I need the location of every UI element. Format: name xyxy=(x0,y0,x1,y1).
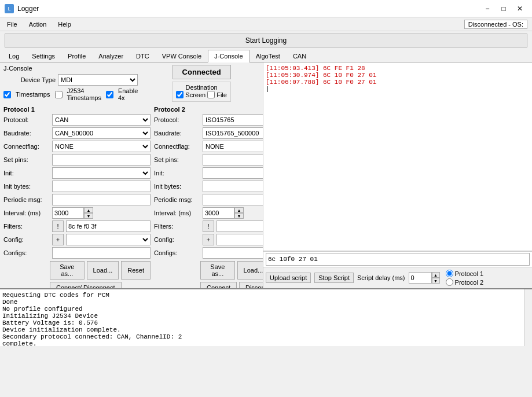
p1-config-select[interactable] xyxy=(66,234,151,245)
p2-interval-spinbox: ▲ ▼ xyxy=(203,207,244,219)
menu-file[interactable]: File xyxy=(2,20,22,29)
p2-protocol-select[interactable]: ISO15765 xyxy=(203,114,263,126)
tab-can[interactable]: CAN xyxy=(287,50,313,63)
protocol1-radio-label: Protocol 1 xyxy=(455,270,484,277)
menu-action[interactable]: Action xyxy=(24,20,52,29)
p1-cflag-label: Connectflag: xyxy=(3,143,50,150)
close-button[interactable]: ✕ xyxy=(512,3,527,14)
file-checkbox[interactable] xyxy=(207,91,215,98)
p2-connect-row: Connect Disconnect xyxy=(200,282,263,288)
p1-protocol-label: Protocol: xyxy=(3,116,50,123)
destination-label: Destination xyxy=(186,84,218,91)
timestamps-checkbox[interactable] xyxy=(3,91,11,98)
tab-profile[interactable]: Profile xyxy=(61,50,92,63)
tab-settings[interactable]: Settings xyxy=(25,50,61,63)
p2-load-btn[interactable]: Load... xyxy=(237,261,263,280)
stop-script-btn[interactable]: Stop Script xyxy=(314,273,354,283)
p2-configs-label: Configs: xyxy=(154,249,200,256)
minimize-button[interactable]: − xyxy=(480,3,495,14)
disconnected-badge: Disconnected - OS: xyxy=(464,20,527,29)
menu-help[interactable]: Help xyxy=(53,20,76,29)
protocol1-radio[interactable] xyxy=(446,270,453,277)
device-type-select[interactable]: MDI xyxy=(58,74,138,86)
enable4x-checkbox[interactable] xyxy=(106,91,113,98)
upload-script-btn[interactable]: Upload script xyxy=(266,273,311,283)
p2-interval-input[interactable] xyxy=(203,207,234,219)
p2-cflag-label: Connectflag: xyxy=(154,143,200,150)
p2-periodicmsg-input[interactable] xyxy=(203,194,263,205)
p1-configs-label: Configs: xyxy=(3,249,50,256)
p2-setpins-input[interactable] xyxy=(203,154,263,166)
j2534-checkbox[interactable] xyxy=(55,91,63,98)
p2-interval-down[interactable]: ▼ xyxy=(234,213,244,219)
connected-button[interactable]: Connected xyxy=(173,65,231,79)
p1-protocol-select[interactable]: CAN xyxy=(52,114,151,126)
p2-configs-input[interactable] xyxy=(203,247,263,259)
screen-label: Screen xyxy=(185,91,206,98)
p1-connectflag-select[interactable]: NONE xyxy=(52,141,151,152)
p2-config-select[interactable] xyxy=(217,234,263,245)
script-delay-label: Script delay (ms) xyxy=(357,274,405,281)
p1-init-select[interactable] xyxy=(52,167,151,179)
console-command-input[interactable] xyxy=(266,253,530,266)
p1-interval-input[interactable] xyxy=(52,207,84,219)
p1-filters-input[interactable] xyxy=(66,220,151,232)
p1-load-btn[interactable]: Load... xyxy=(87,261,119,280)
start-logging-button[interactable]: Start Logging xyxy=(5,34,527,47)
p1-connect-disconnect-btn[interactable]: Connect/ Disconnect xyxy=(50,282,122,288)
p1-connect-row: Connect/ Disconnect xyxy=(50,282,151,288)
p1-save-as-btn[interactable]: Save as... xyxy=(50,261,85,280)
screen-checkbox[interactable] xyxy=(176,91,184,98)
p2-initbytes-input[interactable] xyxy=(203,181,263,192)
p1-filters-exclaim-btn[interactable]: ! xyxy=(52,220,64,232)
console-line-1: [11:05:30.974] 6C 10 F0 27 01 xyxy=(266,72,530,79)
tab-log[interactable]: Log xyxy=(2,50,25,63)
p2-interval-up[interactable]: ▲ xyxy=(234,207,244,213)
p1-interval-up[interactable]: ▲ xyxy=(84,207,93,213)
p1-initbytes-label: Init bytes: xyxy=(3,183,50,190)
protocol2-radio-label: Protocol 2 xyxy=(455,279,484,286)
tab-algotest[interactable]: AlgoTest xyxy=(250,50,287,63)
script-delay-input[interactable] xyxy=(409,272,432,284)
log-line-0: Requesting DTC codes for PCM xyxy=(2,292,530,299)
p1-reset-btn[interactable]: Reset xyxy=(121,261,151,280)
p1-filters-label: Filters: xyxy=(3,223,50,230)
script-delay-down[interactable]: ▼ xyxy=(432,278,440,284)
tab-vpw-console[interactable]: VPW Console xyxy=(156,50,208,63)
log-scrollbar[interactable] xyxy=(524,289,532,346)
p2-save-as-btn[interactable]: Save as... xyxy=(200,261,235,280)
p2-initbytes-label: Init bytes: xyxy=(154,183,200,190)
tab-jconsole[interactable]: J-Console xyxy=(208,50,250,63)
console-output: [11:05:03.413] 6C FE F1 28 [11:05:30.974… xyxy=(263,63,532,251)
p1-baud-label: Baudrate: xyxy=(3,130,50,137)
tab-analyzer[interactable]: Analyzer xyxy=(92,50,130,63)
title-bar-title: Logger xyxy=(17,5,39,13)
p2-connectflag-select[interactable]: NONE xyxy=(203,141,263,152)
p2-config-plus-btn[interactable]: + xyxy=(203,234,214,245)
tab-dtc[interactable]: DTC xyxy=(130,50,156,63)
p1-configs-input[interactable] xyxy=(52,247,151,259)
p2-filters-input[interactable] xyxy=(217,220,263,232)
log-line-6: Secondary protocol connected: CAN, Chann… xyxy=(2,333,530,340)
p2-disconnect-btn[interactable]: Disconnect xyxy=(239,282,263,288)
protocol1-col: Protocol 1 Protocol: CAN Baudrate: CAN_5… xyxy=(3,106,151,288)
p1-setpins-input[interactable] xyxy=(52,154,151,166)
p1-baudrate-select[interactable]: CAN_500000 xyxy=(52,127,151,139)
p2-button-row: Save as... Load... Reset xyxy=(200,261,263,280)
p2-filters-exclaim-btn[interactable]: ! xyxy=(203,220,214,232)
protocol2-radio[interactable] xyxy=(446,278,453,286)
p1-config-plus-btn[interactable]: + xyxy=(52,234,64,245)
p1-interval-down[interactable]: ▼ xyxy=(84,213,93,219)
p2-baudrate-select[interactable]: ISO15765_500000 xyxy=(203,127,263,139)
p1-initbytes-input[interactable] xyxy=(52,181,151,192)
p2-connect-btn[interactable]: Connect xyxy=(200,282,237,288)
menu-bar: File Action Help Disconnected - OS: xyxy=(0,17,532,31)
p2-periodicmsg-label: Periodic msg: xyxy=(154,196,200,203)
protocol-radio-group: Protocol 1 Protocol 2 xyxy=(446,270,484,286)
console-line-2: [11:06:07.788] 6C 10 F0 27 01 xyxy=(266,79,530,86)
p2-interval-spin-btns: ▲ ▼ xyxy=(234,207,244,219)
maximize-button[interactable]: □ xyxy=(496,3,511,14)
p2-init-select[interactable] xyxy=(203,167,263,179)
p1-periodicmsg-input[interactable] xyxy=(52,194,151,205)
script-delay-up[interactable]: ▲ xyxy=(432,272,440,278)
